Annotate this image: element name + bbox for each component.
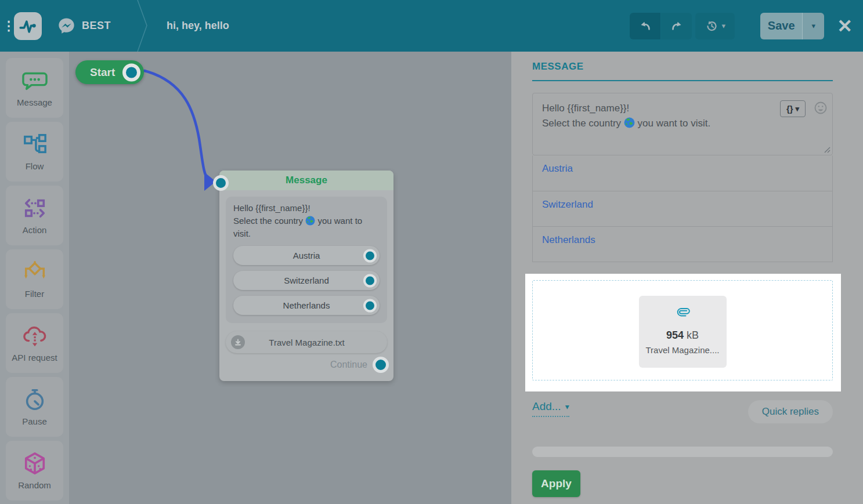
start-node-label: Start [90, 66, 115, 79]
node-reply-label: Switzerland [284, 275, 329, 285]
flow-icon [21, 132, 48, 157]
quick-reply-netherlands[interactable]: Netherlands [533, 226, 832, 262]
save-caret-icon: ▾ [811, 22, 815, 30]
channel-selector[interactable]: BEST [57, 16, 111, 35]
sidebar-item-filter[interactable]: Filter [6, 249, 63, 309]
sidebar-item-label: Filter [25, 289, 44, 299]
attached-file-card[interactable]: 954 kB Travel Magazine.... [639, 296, 727, 368]
save-split-button: Save ▾ [760, 13, 824, 39]
node-palette-sidebar: Message Flow Action [0, 52, 69, 504]
continue-output-port[interactable] [373, 357, 389, 373]
flow-title: hi, hey, hello [167, 20, 229, 32]
sidebar-item-flow[interactable]: Flow [6, 122, 63, 182]
continue-row: Continue [226, 353, 387, 376]
pulse-icon [18, 16, 38, 36]
sidebar-item-label: Pause [22, 416, 47, 426]
start-node[interactable]: Start [75, 60, 144, 84]
random-icon [21, 451, 48, 476]
history-icon [705, 19, 718, 33]
app-logo[interactable] [14, 12, 42, 40]
quick-reply-switzerland[interactable]: Switzerland [533, 191, 832, 226]
node-attachment-row[interactable]: Travel Magazine.txt [226, 331, 387, 353]
attachment-size: 954 kB [639, 329, 727, 342]
undo-icon [638, 19, 653, 34]
action-icon [21, 196, 48, 220]
variable-caret-icon: ▾ [796, 105, 800, 113]
redo-icon [669, 19, 684, 34]
node-reply-button-netherlands[interactable]: Netherlands [233, 296, 380, 315]
attachment-file-name: Travel Magazine.... [639, 345, 727, 355]
breadcrumb-separator [134, 0, 151, 52]
pause-icon [21, 387, 48, 412]
redo-button[interactable] [661, 13, 692, 39]
message-node-text: Hello {{first_name}}! Select the country… [233, 202, 380, 240]
sidebar-item-label: Message [17, 97, 52, 107]
undo-button[interactable] [630, 13, 660, 39]
globe-emoji-icon [624, 117, 635, 128]
sidebar-item-random[interactable]: Random [6, 441, 63, 501]
attachment-size-unit: kB [687, 329, 699, 341]
quick-replies-button[interactable]: Quick replies [748, 400, 833, 423]
sidebar-item-message[interactable]: Message [6, 58, 63, 118]
sidebar-item-api-request[interactable]: API request [6, 313, 63, 373]
sidebar-item-label: Random [18, 480, 51, 490]
save-dropdown-button[interactable]: ▾ [802, 13, 824, 39]
top-bar: ⋮ BEST hi, hey, hello [0, 0, 863, 52]
sidebar-item-label: Flow [26, 161, 44, 171]
filter-icon [21, 260, 48, 284]
message-editor-panel: MESSAGE Hello {{first_name}}! Select the… [511, 52, 863, 504]
globe-emoji-icon [305, 216, 315, 226]
save-button[interactable]: Save [760, 13, 802, 39]
paperclip-icon [674, 303, 691, 320]
node-reply-button-austria[interactable]: Austria [233, 246, 380, 265]
add-dropdown[interactable]: Add... ▾ [532, 400, 569, 417]
kebab-menu-icon[interactable]: ⋮ [2, 23, 13, 29]
sidebar-item-label: Action [23, 225, 47, 235]
message-text-line2a: Select the country [233, 216, 303, 226]
messenger-icon [57, 16, 76, 35]
history-button[interactable]: ▾ [695, 13, 735, 39]
switzerland-output-port[interactable] [363, 274, 377, 287]
panel-text-line2b: you want to visit. [638, 118, 711, 129]
start-output-port[interactable] [122, 63, 140, 81]
download-icon [231, 335, 245, 349]
channel-name: BEST [82, 20, 111, 32]
panel-text-line2a: Select the country [542, 118, 621, 129]
message-node-input-port[interactable] [213, 175, 229, 191]
message-text-line1: Hello {{first_name}}! [233, 203, 310, 213]
emoji-picker-button[interactable] [814, 101, 828, 119]
node-attachment-name: Travel Magazine.txt [245, 338, 369, 347]
panel-text-line1: Hello {{first_name}}! [542, 103, 629, 114]
sidebar-item-label: API request [12, 353, 57, 362]
continue-label: Continue [330, 360, 367, 370]
add-label: Add... [532, 400, 561, 413]
node-reply-label: Netherlands [283, 300, 330, 310]
austria-output-port[interactable] [363, 249, 377, 262]
insert-variable-button[interactable]: {} ▾ [780, 100, 806, 117]
collapsed-section-bar[interactable] [532, 447, 833, 457]
message-node[interactable]: Message Hello {{first_name}}! Select the… [219, 171, 393, 381]
flow-canvas[interactable]: Start Message Hello {{first_name}}! Sele… [69, 52, 511, 504]
quick-reply-austria[interactable]: Austria [533, 155, 832, 191]
message-node-bubble: Hello {{first_name}}! Select the country… [226, 197, 387, 323]
resize-handle-icon[interactable] [824, 147, 830, 153]
history-caret-icon: ▾ [721, 22, 725, 30]
netherlands-output-port[interactable] [363, 299, 377, 312]
apply-button[interactable]: Apply [532, 470, 580, 497]
quick-reply-list: Austria Switzerland Netherlands [532, 155, 833, 262]
sidebar-item-action[interactable]: Action [6, 186, 63, 245]
panel-title-underline [532, 80, 833, 81]
message-text-input[interactable]: Hello {{first_name}}! Select the country… [532, 93, 833, 155]
attachment-highlight-box: 954 kB Travel Magazine.... [525, 274, 841, 391]
message-icon [21, 68, 48, 93]
node-reply-button-switzerland[interactable]: Switzerland [233, 271, 380, 290]
file-dropzone[interactable]: 954 kB Travel Magazine.... [532, 280, 833, 380]
sidebar-item-pause[interactable]: Pause [6, 377, 63, 437]
api-request-icon [21, 324, 48, 348]
braces-icon: {} [786, 101, 793, 117]
attachment-size-value: 954 [666, 329, 684, 341]
node-reply-label: Austria [293, 251, 320, 260]
add-caret-icon: ▾ [565, 403, 569, 411]
smiley-icon [814, 101, 828, 115]
close-button[interactable]: ✕ [837, 17, 853, 35]
